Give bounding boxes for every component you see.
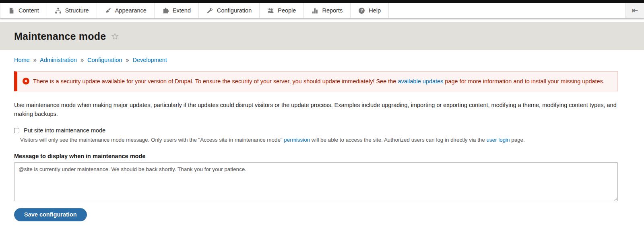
toolbar-item-label: Help — [369, 7, 381, 14]
toolbar-item-label: Reports — [322, 7, 343, 14]
toolbar-item-label: Content — [19, 7, 39, 14]
sitemap-icon — [55, 7, 62, 14]
description-part: Visitors will only see the maintenance m… — [20, 137, 284, 143]
wrench-icon — [206, 7, 213, 14]
error-message: ✕ There is a security update available f… — [14, 71, 618, 91]
svg-text:?: ? — [361, 8, 363, 13]
permission-link[interactable]: permission — [284, 137, 310, 143]
toolbar-item-label: Appearance — [115, 7, 147, 14]
maintenance-message-label: Message to display when in maintenance m… — [14, 153, 618, 159]
user-login-link[interactable]: user login — [486, 137, 510, 143]
main-content: Home » Administration » Configuration » … — [0, 57, 644, 221]
breadcrumb-separator: » — [80, 57, 84, 63]
available-updates-link[interactable]: available updates — [398, 78, 443, 85]
toolbar-item-structure[interactable]: Structure — [47, 3, 97, 18]
maintenance-mode-intro: Use maintenance mode when making major u… — [14, 101, 618, 118]
save-configuration-button[interactable]: Save configuration — [14, 208, 87, 221]
error-message-text: There is a security update available for… — [33, 77, 605, 86]
help-icon: ? — [358, 7, 365, 14]
admin-bar — [0, 0, 644, 3]
breadcrumb-separator: » — [126, 57, 129, 63]
file-icon — [8, 7, 15, 14]
bar-chart-icon — [312, 7, 318, 14]
admin-toolbar: Content Structure Appearance — [0, 3, 644, 19]
maintenance-message-textarea[interactable]: @site is currently under maintenance. We… — [14, 162, 618, 201]
page-header: Maintenance mode ☆ — [0, 22, 644, 50]
page-title: Maintenance mode ☆ — [14, 31, 630, 42]
toolbar-item-configuration[interactable]: Configuration — [199, 3, 260, 18]
breadcrumb: Home » Administration » Configuration » … — [14, 57, 618, 63]
description-part: will be able to access the site. Authori… — [310, 137, 486, 143]
toolbar-item-extend[interactable]: Extend — [155, 3, 199, 18]
toolbar-item-label: Extend — [173, 7, 191, 14]
breadcrumb-separator: » — [33, 57, 37, 63]
paintbrush-icon — [105, 7, 111, 14]
maintenance-mode-checkbox[interactable] — [14, 128, 19, 133]
page-title-text: Maintenance mode — [14, 31, 106, 42]
toolbar-item-label: People — [278, 7, 296, 14]
error-icon: ✕ — [23, 78, 29, 85]
maintenance-mode-checkbox-description: Visitors will only see the maintenance m… — [20, 136, 618, 144]
maintenance-mode-checkbox-label[interactable]: Put site into maintenance mode — [24, 127, 105, 134]
toolbar-item-reports[interactable]: Reports — [304, 3, 351, 18]
people-icon — [267, 7, 274, 14]
breadcrumb-link-administration[interactable]: Administration — [40, 57, 77, 63]
toolbar-item-appearance[interactable]: Appearance — [97, 3, 155, 18]
error-text-after-link: page for more information and to install… — [443, 78, 605, 85]
favorite-star-icon[interactable]: ☆ — [111, 32, 119, 41]
toolbar-spacer — [389, 3, 625, 18]
collapse-left-icon: ⇤ — [632, 6, 638, 15]
error-text-before-link: There is a security update available for… — [33, 78, 398, 85]
toolbar-item-help[interactable]: ? Help — [351, 3, 389, 18]
puzzle-icon — [162, 7, 169, 14]
toolbar-item-people[interactable]: People — [260, 3, 304, 18]
breadcrumb-link-configuration[interactable]: Configuration — [87, 57, 122, 63]
breadcrumb-link-development[interactable]: Development — [132, 57, 167, 63]
toolbar-item-label: Configuration — [217, 7, 252, 14]
breadcrumb-link-home[interactable]: Home — [14, 57, 30, 63]
description-part: page. — [510, 137, 525, 143]
toolbar-item-label: Structure — [65, 7, 89, 14]
maintenance-mode-checkbox-item: Put site into maintenance mode Visitors … — [14, 127, 618, 144]
toolbar-item-content[interactable]: Content — [0, 3, 47, 18]
toolbar-orientation-toggle-button[interactable]: ⇤ — [625, 3, 644, 18]
